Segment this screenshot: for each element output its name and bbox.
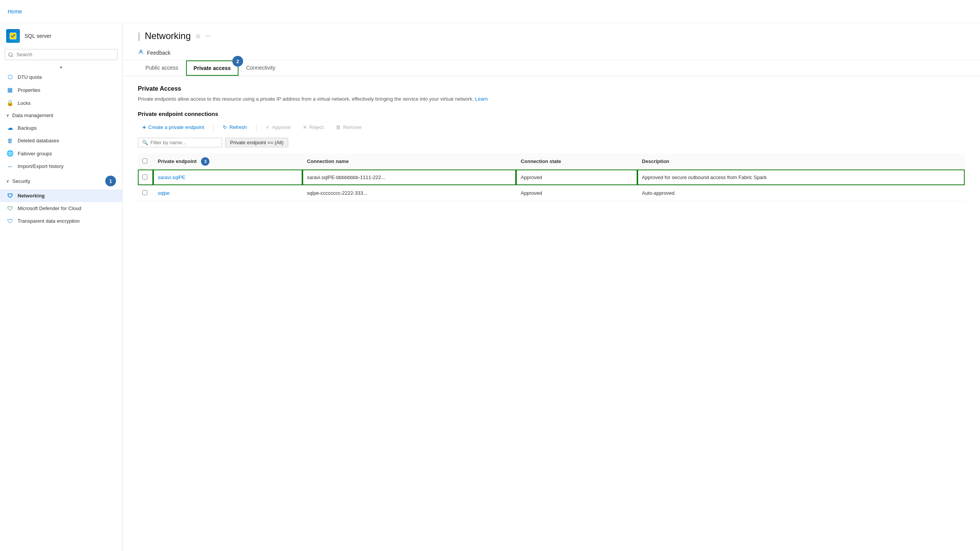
select-all-checkbox-header[interactable] — [138, 153, 153, 170]
reject-button[interactable]: ✕ Reject — [298, 122, 328, 132]
row1-connection-name-cell: saravi.sqlPE-bbbbbbbb-1111-222... — [302, 170, 516, 185]
filter-tag[interactable]: Private endpoint == (All) — [225, 138, 288, 147]
sidebar-item-networking[interactable]: 🛡 Networking — [0, 189, 122, 202]
select-all-checkbox[interactable] — [142, 158, 147, 163]
refresh-button[interactable]: ↻ Refresh — [218, 122, 252, 132]
chevron-down-icon: ∨ — [6, 113, 9, 118]
refresh-icon: ↻ — [223, 124, 227, 130]
filter-by-name-input[interactable] — [150, 140, 218, 145]
endpoint-toolbar: + Create a private endpoint ↻ Refresh ✓ … — [138, 122, 965, 133]
transparent-data-icon: 🛡 — [6, 218, 14, 224]
reject-icon: ✕ — [303, 124, 307, 130]
annotation-badge-3: 3 — [201, 157, 209, 166]
backups-icon: ☁ — [6, 124, 14, 131]
approve-button[interactable]: ✓ Approve — [261, 122, 295, 132]
endpoint-section-title: Private endpoint connections — [138, 111, 965, 117]
locks-icon: 🔒 — [6, 99, 14, 106]
nav-group-label-data-management: Data management — [12, 112, 53, 118]
tab-private-access[interactable]: Private access 2 — [186, 60, 238, 76]
row2-endpoint-link[interactable]: sqlpe — [158, 190, 170, 196]
col-header-connection-state: Connection state — [516, 153, 637, 170]
title-row: | Networking ☆ ··· — [138, 31, 965, 46]
sidebar-nav: ▲ ⬡ DTU quota ▦ Properties 🔒 Locks ∨ Dat… — [0, 63, 122, 551]
sidebar-item-dtu-quota[interactable]: ⬡ DTU quota — [0, 70, 122, 83]
sidebar-item-backups[interactable]: ☁ Backups — [0, 121, 122, 134]
nav-label-transparent-data: Transparent data encryption — [18, 218, 80, 224]
row1-checkbox-cell[interactable] — [138, 170, 153, 185]
deleted-databases-icon: 🗑 — [6, 137, 14, 144]
more-options-icon[interactable]: ··· — [205, 33, 210, 39]
row1-description-cell: Approved for secure outbound access from… — [637, 170, 965, 185]
toolbar-divider-2 — [256, 124, 256, 131]
sidebar-search-container — [5, 49, 118, 60]
col-header-description: Description — [637, 153, 965, 170]
feedback-bar: Feedback — [122, 46, 980, 60]
sidebar-header: SQL server — [0, 23, 122, 46]
content-body: Private Access Private endpoints allow a… — [122, 76, 980, 210]
refresh-label: Refresh — [229, 124, 247, 130]
nav-label-locks: Locks — [18, 100, 31, 106]
filter-input-container[interactable]: 🔍 — [138, 138, 222, 147]
nav-label-networking: Networking — [18, 193, 45, 199]
feedback-icon — [138, 49, 144, 57]
page-title: Networking — [145, 31, 191, 41]
tab-connectivity[interactable]: Connectivity — [238, 60, 283, 76]
table-body: saravi.sqlPE saravi.sqlPE-bbbbbbbb-1111-… — [138, 170, 965, 201]
nav-group-data-management[interactable]: ∨ Data management — [0, 109, 122, 121]
approve-icon: ✓ — [266, 124, 270, 130]
remove-label: Remove — [343, 124, 361, 130]
row2-endpoint-cell[interactable]: sqlpe — [153, 185, 302, 201]
networking-icon: 🛡 — [6, 192, 14, 199]
row1-endpoint-cell[interactable]: saravi.sqlPE — [153, 170, 302, 185]
search-input[interactable] — [5, 49, 118, 60]
scroll-up-button[interactable]: ▲ — [0, 63, 122, 70]
col-header-connection-name: Connection name — [302, 153, 516, 170]
row2-connection-name-cell: sqlpe-cccccccc-2222-333... — [302, 185, 516, 201]
sidebar-item-failover-groups[interactable]: 🌐 Failover groups — [0, 147, 122, 160]
sql-server-icon — [6, 29, 20, 43]
table-row[interactable]: sqlpe sqlpe-cccccccc-2222-333... Approve… — [138, 185, 965, 201]
title-separator: | — [138, 31, 140, 41]
nav-label-dtu-quota: DTU quota — [18, 74, 42, 80]
row2-checkbox-cell[interactable] — [138, 185, 153, 201]
row2-checkbox[interactable] — [142, 190, 147, 195]
main-content: | Networking ☆ ··· Feedback Public acces… — [122, 23, 980, 551]
col-label-private-endpoint: Private endpoint — [158, 158, 197, 164]
annotation-badge-1: 1 — [105, 176, 116, 186]
feedback-label[interactable]: Feedback — [147, 50, 170, 56]
sidebar-item-properties[interactable]: ▦ Properties — [0, 83, 122, 96]
home-link[interactable]: Home — [8, 8, 22, 15]
table-row[interactable]: saravi.sqlPE saravi.sqlPE-bbbbbbbb-1111-… — [138, 170, 965, 185]
favorite-star-icon[interactable]: ☆ — [195, 33, 201, 40]
svg-point-1 — [140, 50, 142, 52]
filter-search-icon: 🔍 — [142, 140, 148, 145]
nav-group-security[interactable]: ∨ Security 1 — [0, 173, 122, 189]
filter-row: 🔍 Private endpoint == (All) — [138, 138, 965, 147]
private-access-description: Private endpoints allow access to this r… — [138, 95, 965, 103]
dtu-quota-icon: ⬡ — [6, 73, 14, 80]
import-export-icon: ↔ — [6, 163, 14, 170]
sidebar-item-import-export[interactable]: ↔ Import/Export history — [0, 160, 122, 173]
row2-connection-state-cell: Approved — [516, 185, 637, 201]
tab-connectivity-label: Connectivity — [246, 65, 275, 71]
private-access-section-title: Private Access — [138, 85, 965, 92]
remove-button[interactable]: 🗑 Remove — [331, 122, 366, 132]
sidebar-item-locks[interactable]: 🔒 Locks — [0, 96, 122, 109]
toolbar-divider-1 — [213, 124, 214, 131]
sidebar-item-defender[interactable]: 🛡 Microsoft Defender for Cloud — [0, 202, 122, 215]
learn-more-link[interactable]: Learn — [475, 96, 488, 102]
tab-public-access[interactable]: Public access — [138, 60, 186, 76]
approve-label: Approve — [272, 124, 291, 130]
row1-endpoint-link[interactable]: saravi.sqlPE — [158, 174, 185, 180]
row1-connection-state-cell: Approved — [516, 170, 637, 185]
endpoints-table: Private endpoint 3 Connection name Conne… — [138, 153, 965, 201]
create-private-endpoint-button[interactable]: + Create a private endpoint — [138, 122, 209, 133]
row1-checkbox[interactable] — [142, 174, 147, 179]
nav-group-label-security: Security — [12, 178, 30, 184]
row2-description-cell: Auto-approved — [637, 185, 965, 201]
annotation-badge-2: 2 — [232, 56, 243, 67]
sidebar-item-deleted-databases[interactable]: 🗑 Deleted databases — [0, 134, 122, 147]
nav-label-defender: Microsoft Defender for Cloud — [18, 205, 81, 211]
sidebar-item-transparent-data[interactable]: 🛡 Transparent data encryption — [0, 215, 122, 227]
table-header: Private endpoint 3 Connection name Conne… — [138, 153, 965, 170]
